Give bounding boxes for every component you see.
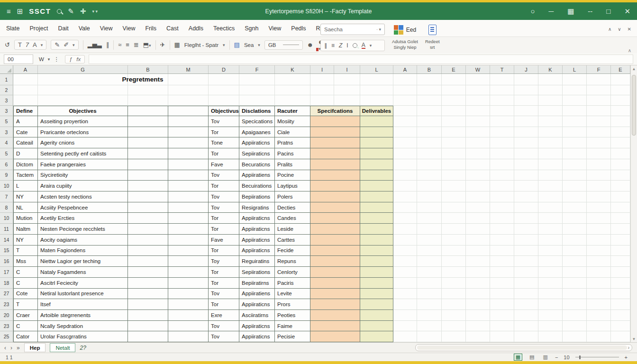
cell[interactable] (611, 181, 630, 191)
wrap-text-icon[interactable]: ≈ (118, 42, 121, 48)
cell[interactable]: Asciiratirns (239, 310, 275, 321)
cell[interactable] (360, 159, 393, 170)
cell[interactable] (310, 310, 360, 321)
cell[interactable] (417, 246, 442, 256)
cell[interactable] (538, 310, 563, 321)
cell[interactable] (611, 191, 630, 202)
cell[interactable] (417, 95, 442, 106)
column-header-k-16[interactable]: K (538, 65, 563, 73)
cell[interactable] (514, 170, 538, 181)
cell[interactable] (611, 331, 630, 342)
cell[interactable] (442, 127, 466, 138)
column-header-l-9[interactable]: L (360, 65, 393, 73)
cell[interactable]: Tov (209, 202, 239, 213)
cell[interactable]: Craer (13, 310, 38, 321)
cell[interactable]: Repuns (275, 256, 310, 267)
row-header[interactable]: 20 (0, 310, 13, 321)
gb-group[interactable]: GB (264, 40, 303, 50)
cell[interactable] (587, 246, 611, 256)
cell[interactable] (514, 74, 538, 85)
bold-i-icon[interactable]: I (346, 42, 348, 49)
cell[interactable] (587, 191, 611, 202)
cell[interactable] (490, 74, 514, 85)
cell[interactable] (168, 170, 209, 181)
cell[interactable] (310, 289, 360, 300)
cell[interactable] (442, 267, 466, 278)
cell[interactable] (611, 213, 630, 224)
cell[interactable] (490, 310, 514, 321)
cell[interactable] (442, 202, 466, 213)
cell[interactable]: Sepiiraticns (239, 148, 275, 159)
cell[interactable]: Specications (239, 116, 275, 127)
horizontal-scroll-thumb[interactable] (417, 346, 627, 350)
cell[interactable]: Faeke prangeraies (38, 159, 128, 170)
cell[interactable] (563, 213, 587, 224)
cell[interactable] (514, 235, 538, 246)
cell[interactable] (442, 181, 466, 191)
cell[interactable] (490, 95, 514, 106)
cell[interactable] (417, 106, 442, 116)
column-header-i-8[interactable]: I (334, 65, 360, 73)
cell[interactable] (360, 202, 393, 213)
cell[interactable]: Appiiratiens (239, 170, 275, 181)
cell[interactable] (360, 85, 393, 95)
cell[interactable] (128, 159, 168, 170)
cell[interactable] (360, 127, 393, 138)
cell[interactable] (360, 246, 393, 256)
cell[interactable] (538, 127, 563, 138)
cell[interactable]: Fave (209, 159, 239, 170)
insert-function-icon[interactable]: fx (76, 56, 81, 62)
cell[interactable] (168, 137, 209, 148)
cell[interactable] (393, 148, 417, 159)
cell[interactable] (514, 224, 538, 235)
cell[interactable] (393, 159, 417, 170)
zoom-out-icon[interactable]: − (555, 355, 558, 360)
cell[interactable]: Urolar Fascgrratins (38, 331, 128, 342)
header-cell[interactable]: Define (13, 106, 38, 116)
cell[interactable] (563, 116, 587, 127)
cell[interactable]: Acsiity Pespebncee (38, 202, 128, 213)
cell[interactable] (538, 321, 563, 332)
cell[interactable] (466, 148, 490, 159)
cell[interactable] (393, 310, 417, 321)
cell[interactable] (168, 213, 209, 224)
cell[interactable] (334, 85, 360, 95)
cell[interactable] (393, 331, 417, 342)
cell[interactable] (587, 256, 611, 267)
cell[interactable] (128, 278, 168, 289)
cell[interactable]: Tor (209, 127, 239, 138)
cell[interactable] (393, 224, 417, 235)
row-header[interactable]: 1 (0, 74, 13, 85)
cell[interactable]: Becuirations (239, 181, 275, 191)
font-size-icon[interactable]: 7 (26, 42, 29, 48)
cell[interactable]: Siyciretioity (38, 170, 128, 181)
cell[interactable]: NY (13, 235, 38, 246)
row-header[interactable]: 5 (0, 148, 13, 159)
cell[interactable]: Tor (209, 213, 239, 224)
cell[interactable]: T (13, 299, 38, 310)
header-cell[interactable] (128, 106, 168, 116)
cell[interactable] (514, 191, 538, 202)
font-style-icon[interactable]: T (18, 42, 22, 48)
column-header-e-12[interactable]: E (442, 65, 466, 73)
align-left-icon[interactable]: ≡ (126, 42, 129, 48)
column-header-j-15[interactable]: J (514, 65, 538, 73)
fill-color-icon[interactable]: ⬒▾ (143, 42, 151, 48)
cell[interactable] (611, 137, 630, 148)
row-header[interactable]: 3 (0, 106, 13, 116)
column-header-b-2[interactable]: B (128, 65, 168, 73)
cell[interactable] (611, 116, 630, 127)
row-header[interactable]: 17 (0, 267, 13, 278)
cell[interactable]: Appiiratiens (239, 289, 275, 300)
cell[interactable] (514, 159, 538, 170)
freight-dropdown[interactable]: Fleglht - Spatr (184, 42, 218, 48)
cell[interactable]: Itsef (38, 299, 128, 310)
cell[interactable] (514, 85, 538, 95)
cell[interactable] (417, 299, 442, 310)
cell[interactable] (490, 278, 514, 289)
cell[interactable] (538, 137, 563, 148)
cell[interactable] (563, 127, 587, 138)
cell[interactable]: Appiiraticns (239, 299, 275, 310)
restore-icon[interactable]: -- (588, 8, 592, 15)
cell[interactable]: Tor (209, 181, 239, 191)
